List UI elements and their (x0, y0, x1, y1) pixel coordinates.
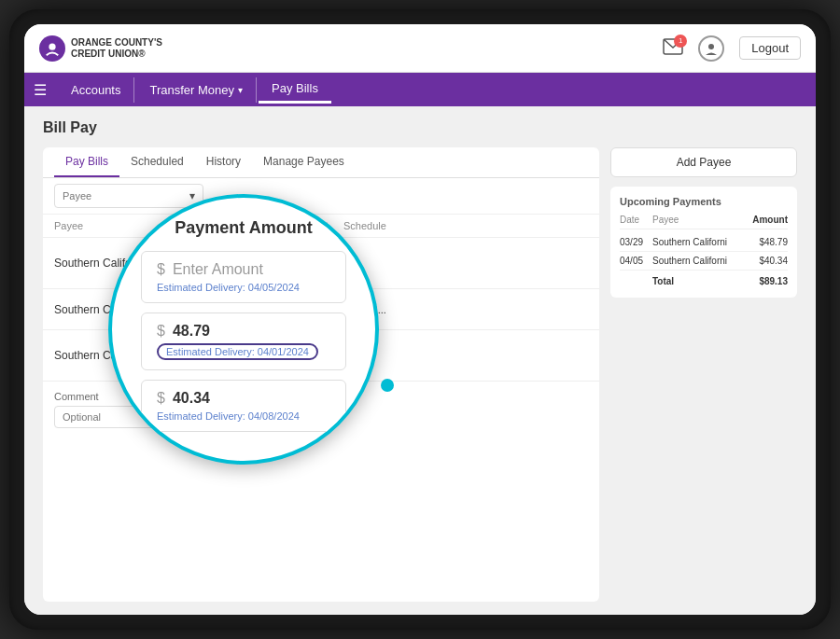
page-title: Bill Pay (43, 119, 797, 136)
total-amount: $89.13 (736, 276, 788, 286)
left-panel: Pay Bills Scheduled History Manage Payee… (43, 147, 599, 602)
col-schedule: Schedule (343, 220, 588, 231)
connector-dot (381, 379, 394, 392)
up-col-amount: Amount (736, 215, 788, 225)
upcoming-payments-panel: Upcoming Payments Date Payee Amount 03/2… (610, 187, 797, 298)
upcoming-row-1: 03/29 Southern Californi $48.79 (620, 233, 788, 252)
mag-amount-2: 48.79 (173, 323, 210, 340)
payee-dropdown-row: Payee ▾ (43, 178, 599, 215)
logo-area: ORANGE COUNTY'S CREDIT UNION® (39, 35, 162, 62)
tablet-frame: ORANGE COUNTY'S CREDIT UNION® 1 (9, 9, 831, 630)
mag-amount-3: 40.34 (173, 390, 210, 407)
logo-icon (39, 35, 65, 62)
add-payee-button[interactable]: Add Payee (610, 147, 797, 177)
nav-accounts[interactable]: Accounts (58, 77, 134, 103)
tab-manage-payees[interactable]: Manage Payees (252, 147, 356, 177)
logo-text: ORANGE COUNTY'S CREDIT UNION® (71, 37, 162, 60)
svg-point-2 (708, 44, 714, 49)
right-panel: Add Payee Upcoming Payments Date Payee A… (610, 147, 797, 602)
mag-entry-3: $ 40.34 Estimated Delivery: 04/08/2024 (141, 380, 346, 432)
up-amount-1: $48.79 (736, 237, 788, 247)
mag-title: Payment Amount (175, 218, 312, 238)
up-date-1: 03/29 (620, 237, 652, 247)
mag-entry-2: $ 48.79 Estimated Delivery: 04/01/2024 (141, 313, 346, 370)
tab-history[interactable]: History (195, 147, 252, 177)
app-header: ORANGE COUNTY'S CREDIT UNION® 1 (24, 24, 816, 73)
total-label: Total (652, 276, 736, 286)
user-profile-button[interactable] (698, 35, 724, 62)
tab-scheduled[interactable]: Scheduled (119, 147, 195, 177)
mag-dollar-3: $ (157, 390, 165, 407)
highlighted-delivery-icon: Estimated Delivery: 04/01/2024 (157, 343, 318, 360)
up-payee-1: Southern Californi (652, 237, 736, 247)
logo-line2: CREDIT UNION® (71, 49, 162, 60)
mail-badge: 1 (674, 35, 687, 48)
svg-point-0 (49, 43, 55, 49)
nav-transfer-label: Transfer Money (149, 83, 234, 97)
upcoming-title: Upcoming Payments (620, 196, 788, 207)
mag-delivery-3: Estimated Delivery: 04/08/2024 (157, 410, 330, 422)
nav-transfer[interactable]: Transfer Money ▾ (136, 77, 257, 103)
logout-button[interactable]: Logout (739, 36, 801, 60)
logo-line1: ORANGE COUNTY'S (71, 37, 162, 49)
tablet-screen: ORANGE COUNTY'S CREDIT UNION® 1 (24, 24, 816, 615)
tabs-row: Pay Bills Scheduled History Manage Payee… (43, 147, 599, 178)
payee-select[interactable]: Payee ▾ (54, 184, 203, 208)
upcoming-row-2: 04/05 Southern Californi $40.34 (620, 252, 788, 271)
up-col-payee: Payee (652, 215, 736, 225)
header-right: 1 Logout (663, 35, 801, 62)
upcoming-table-header: Date Payee Amount (620, 215, 788, 229)
up-payee-2: Southern Californi (652, 256, 736, 266)
up-col-date: Date (620, 215, 652, 225)
mag-delivery-1: Estimated Delivery: 04/05/2024 (157, 282, 330, 293)
payee-select-label: Payee (63, 190, 91, 201)
payee-select-chevron: ▾ (189, 189, 195, 202)
main-layout: Pay Bills Scheduled History Manage Payee… (43, 147, 797, 602)
page-content: Bill Pay Pay Bills Scheduled History Man… (24, 106, 816, 615)
upcoming-total-row: Total $89.13 (620, 271, 788, 288)
up-date-2: 04/05 (620, 256, 652, 266)
total-spacer (620, 276, 652, 286)
mag-dollar-2: $ (157, 323, 165, 340)
magnification-circle: Payment Amount $ Enter Amount Estimated … (108, 194, 379, 465)
nav-accounts-label: Accounts (71, 83, 120, 97)
nav-paybills[interactable]: Pay Bills (259, 76, 331, 104)
tab-pay-bills[interactable]: Pay Bills (54, 147, 119, 177)
mag-entry-1: $ Enter Amount Estimated Delivery: 04/05… (141, 251, 346, 303)
schedule-2: 04/05/2... (343, 304, 588, 315)
mag-delivery-2: Estimated Delivery: 04/01/2024 (157, 343, 330, 360)
nav-paybills-label: Pay Bills (272, 81, 318, 95)
nav-bar: ☰ Accounts Transfer Money ▾ Pay Bills (24, 73, 816, 106)
mag-dollar-1: $ (157, 261, 165, 278)
hamburger-menu[interactable]: ☰ (34, 81, 47, 99)
mag-placeholder-1: Enter Amount (173, 261, 263, 278)
up-amount-2: $40.34 (736, 256, 788, 266)
mail-button[interactable]: 1 (663, 38, 683, 59)
transfer-chevron-icon: ▾ (238, 85, 243, 95)
